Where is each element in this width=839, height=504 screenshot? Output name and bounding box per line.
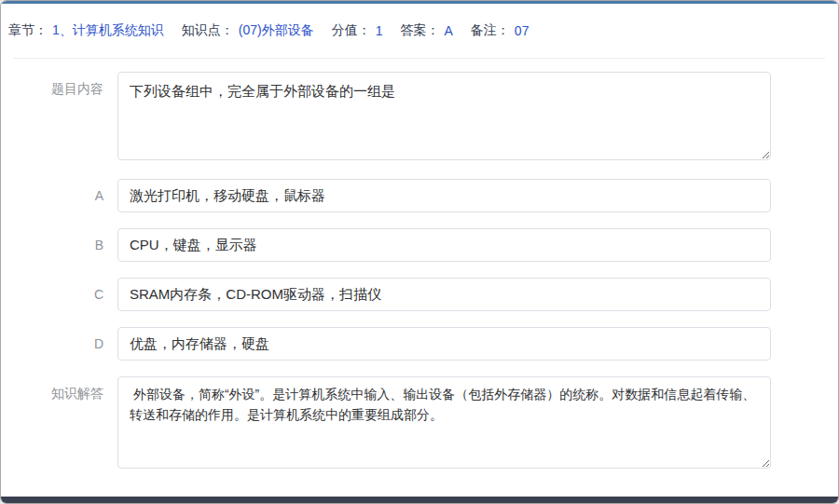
question-form: 题目内容 下列设备组中，完全属于外部设备的一组是 A B C D	[1, 59, 838, 469]
question-content-row: 题目内容 下列设备组中，完全属于外部设备的一组是	[1, 72, 838, 160]
explanation-textarea[interactable]: 外部设备，简称“外设”。是计算机系统中输入、输出设备（包括外存储器）的统称。对数…	[117, 376, 771, 469]
option-c-label: C	[1, 287, 103, 302]
option-d-row: D	[1, 327, 838, 361]
option-d-label: D	[1, 336, 103, 351]
remark-value: 07	[515, 23, 530, 38]
question-content-textarea[interactable]: 下列设备组中，完全属于外部设备的一组是	[117, 72, 771, 160]
answer-label: 答案：	[401, 22, 440, 39]
question-detail-window: 章节： 1、计算机系统知识 知识点： (07)外部设备 分值： 1 答案： A …	[0, 0, 839, 504]
meta-score: 分值： 1	[332, 22, 383, 39]
knowledge-point-value: (07)外部设备	[239, 22, 314, 39]
score-label: 分值：	[332, 22, 371, 39]
explanation-label: 知识解答	[1, 376, 103, 469]
option-b-input[interactable]	[117, 228, 771, 262]
option-a-row: A	[1, 179, 838, 212]
chapter-label: 章节：	[8, 22, 48, 39]
score-value: 1	[376, 23, 383, 38]
meta-remark: 备注： 07	[471, 22, 530, 39]
chapter-value: 1、计算机系统知识	[52, 22, 164, 39]
option-a-label: A	[1, 188, 103, 203]
question-content-label: 题目内容	[1, 72, 103, 160]
answer-value: A	[445, 23, 453, 38]
option-c-input[interactable]	[117, 278, 771, 311]
question-meta-header: 章节： 1、计算机系统知识 知识点： (07)外部设备 分值： 1 答案： A …	[1, 4, 838, 58]
option-b-label: B	[1, 238, 103, 252]
window-bottom-edge	[1, 497, 838, 503]
option-a-input[interactable]	[117, 179, 771, 212]
explanation-row: 知识解答 外部设备，简称“外设”。是计算机系统中输入、输出设备（包括外存储器）的…	[1, 376, 838, 469]
meta-answer: 答案： A	[401, 22, 453, 39]
meta-knowledge-point: 知识点： (07)外部设备	[182, 22, 314, 39]
option-d-input[interactable]	[117, 327, 771, 361]
remark-label: 备注：	[471, 22, 510, 39]
option-c-row: C	[1, 278, 838, 311]
option-b-row: B	[1, 228, 838, 262]
meta-chapter: 章节： 1、计算机系统知识	[8, 22, 164, 39]
knowledge-point-label: 知识点：	[182, 22, 234, 39]
